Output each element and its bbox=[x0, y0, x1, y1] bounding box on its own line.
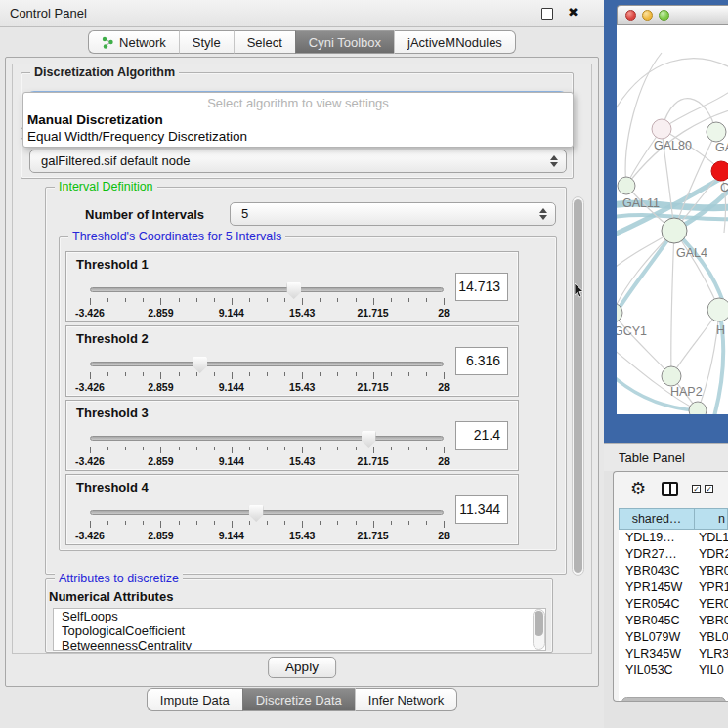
slider-thumb[interactable] bbox=[193, 357, 207, 373]
tick-label: 28 bbox=[438, 530, 450, 541]
threshold-slider[interactable] bbox=[90, 287, 444, 292]
bottom-tab-bar: Impute DataDiscretize DataInfer Network bbox=[0, 688, 604, 711]
slider-thumb[interactable] bbox=[286, 282, 301, 299]
network-node-gal11[interactable] bbox=[618, 177, 635, 194]
network-node-c[interactable] bbox=[711, 161, 728, 181]
table-row[interactable]: YIL053CYIL0 bbox=[619, 663, 728, 679]
attribute-list-item[interactable]: TopologicalCoefficient bbox=[54, 623, 545, 638]
column-header-name[interactable]: n bbox=[695, 508, 728, 530]
control-panel-window: Control Panel ✖ NetworkStyleSelectCyni T… bbox=[0, 0, 604, 728]
threshold-value-field[interactable]: 14.713 bbox=[455, 273, 508, 301]
network-window-frame: GAL80GACGAL11GAL4GCY1HHAP2 bbox=[604, 0, 728, 443]
slider-tick-labels: -3.4262.8599.14415.4321.71528 bbox=[90, 381, 444, 393]
tab-select[interactable]: Select bbox=[234, 30, 295, 54]
node-label: HAP2 bbox=[670, 385, 703, 399]
combo-arrows-icon bbox=[538, 207, 547, 221]
tick-label: 15.43 bbox=[289, 381, 315, 393]
table-row[interactable]: YBR045CYBR0 bbox=[619, 613, 728, 629]
threshold-panel-3: Threshold 3-3.4262.8599.14415.4321.71528… bbox=[65, 400, 519, 471]
zoom-traffic-light-icon[interactable] bbox=[659, 10, 669, 21]
slider-ruler bbox=[90, 298, 444, 306]
network-nodes[interactable] bbox=[617, 119, 728, 414]
tab-cyni-toolbox[interactable]: Cyni Toolbox bbox=[295, 30, 394, 54]
column-header-shared-name[interactable]: shared… bbox=[619, 508, 695, 530]
table-data-selected-value: galFiltered.sif default node bbox=[41, 153, 190, 168]
network-node-ga[interactable] bbox=[707, 122, 726, 142]
table-row[interactable]: YER054CYER0 bbox=[619, 596, 728, 613]
interval-scrollbar[interactable] bbox=[572, 196, 584, 576]
threshold-panel-1: Threshold 1-3.4262.8599.14415.4321.71528… bbox=[65, 251, 519, 322]
numerical-attributes-list[interactable]: SelfLoopsTopologicalCoefficientBetweenne… bbox=[53, 608, 546, 651]
checkbox-icon[interactable]: ✓ bbox=[705, 485, 713, 493]
apply-button[interactable]: Apply bbox=[268, 657, 336, 678]
cell-name: YDL1 bbox=[695, 530, 728, 546]
table-horizontal-scrollbar[interactable] bbox=[621, 697, 726, 702]
edge bbox=[674, 231, 719, 310]
checkbox-icon[interactable]: ✓ bbox=[692, 485, 701, 493]
interval-scrollbar-thumb[interactable] bbox=[574, 199, 582, 573]
attributes-scrollbar[interactable] bbox=[533, 609, 545, 650]
algorithm-option-equal-width[interactable]: Equal Width/Frequency Discretization bbox=[26, 128, 570, 145]
tab-discretize-data[interactable]: Discretize Data bbox=[242, 688, 355, 711]
split-columns-icon[interactable] bbox=[662, 482, 678, 496]
network-node[interactable] bbox=[689, 402, 707, 414]
threshold-value-field[interactable]: 11.344 bbox=[455, 495, 508, 524]
control-panel-titlebar: Control Panel ✖ bbox=[0, 0, 604, 27]
table-rows: YDL19…YDL1YDR27…YDR2YBR043CYBR0YPR145WYP… bbox=[619, 530, 728, 680]
threshold-label: Threshold 3 bbox=[76, 406, 149, 420]
tab-jactivemnodules[interactable]: jActiveMNodules bbox=[394, 30, 516, 54]
node-label: GAL11 bbox=[622, 196, 660, 210]
threshold-slider[interactable] bbox=[90, 510, 444, 515]
tab-label: Style bbox=[193, 35, 221, 50]
tab-style[interactable]: Style bbox=[179, 30, 234, 54]
cell-name: YBR0 bbox=[695, 613, 728, 629]
network-window-titlebar[interactable] bbox=[617, 5, 728, 25]
algorithm-option-manual[interactable]: Manual Discretization bbox=[26, 111, 570, 128]
gear-icon[interactable]: ⚙ bbox=[630, 480, 646, 497]
tab-network[interactable]: Network bbox=[88, 30, 179, 54]
network-node-gal80[interactable] bbox=[652, 119, 671, 139]
threshold-slider[interactable] bbox=[90, 362, 444, 366]
network-node-gal4[interactable] bbox=[662, 218, 687, 243]
panel-title: Control Panel bbox=[10, 0, 87, 26]
tab-impute-data[interactable]: Impute Data bbox=[147, 688, 242, 711]
close-traffic-light-icon[interactable] bbox=[625, 10, 636, 21]
tick-label: 28 bbox=[438, 455, 450, 467]
tab-label: Discretize Data bbox=[256, 693, 342, 707]
number-of-intervals-combobox[interactable]: 5 bbox=[230, 202, 556, 226]
tick-label: -3.426 bbox=[75, 381, 105, 393]
table-row[interactable]: YLR345WYLR3 bbox=[619, 646, 728, 663]
table-row[interactable]: YBL079WYBL0 bbox=[619, 629, 728, 646]
network-node-hap2[interactable] bbox=[662, 366, 681, 386]
attribute-list-item[interactable]: SelfLoops bbox=[54, 609, 545, 623]
network-canvas[interactable]: GAL80GACGAL11GAL4GCY1HHAP2 bbox=[617, 25, 728, 414]
float-window-icon[interactable] bbox=[541, 8, 553, 20]
attributes-scrollbar-thumb[interactable] bbox=[535, 611, 543, 636]
table-row[interactable]: YDL19…YDL1 bbox=[619, 530, 728, 546]
table-row[interactable]: YDR27…YDR2 bbox=[619, 546, 728, 563]
cell-shared-name: YLR345W bbox=[619, 646, 695, 663]
close-icon[interactable]: ✖ bbox=[568, 5, 578, 20]
tab-infer-network[interactable]: Infer Network bbox=[355, 688, 457, 711]
table-header-row: shared… n bbox=[619, 508, 728, 530]
tick-label: 21.715 bbox=[358, 455, 389, 467]
attribute-list-item[interactable]: BetweennessCentrality bbox=[54, 638, 545, 651]
group-label-thresholds-coordinates: Threshold's Coordinates for 5 Intervals bbox=[68, 230, 285, 244]
threshold-label: Threshold 1 bbox=[76, 257, 149, 272]
mouse-cursor bbox=[575, 283, 586, 299]
node-label: GAL80 bbox=[654, 139, 692, 152]
table-panel-header: Table Panel bbox=[604, 443, 728, 471]
table-row[interactable]: YBR043CYBR0 bbox=[619, 563, 728, 579]
slider-thumb[interactable] bbox=[362, 431, 376, 448]
table-data-combobox[interactable]: galFiltered.sif default node bbox=[29, 150, 567, 173]
slider-thumb[interactable] bbox=[249, 505, 264, 522]
tab-label: jActiveMNodules bbox=[407, 35, 502, 50]
threshold-slider[interactable] bbox=[90, 436, 444, 441]
threshold-value-field[interactable]: 21.4 bbox=[455, 421, 508, 450]
minimize-traffic-light-icon[interactable] bbox=[642, 10, 653, 21]
threshold-value-field[interactable]: 6.316 bbox=[455, 347, 508, 375]
table-row[interactable]: YPR145WYPR1 bbox=[619, 579, 728, 596]
group-label-interval-definition: Interval Definition bbox=[55, 180, 157, 194]
network-node-h[interactable] bbox=[707, 298, 728, 321]
threshold-panel-2: Threshold 2-3.4262.8599.14415.4321.71528… bbox=[65, 325, 519, 397]
